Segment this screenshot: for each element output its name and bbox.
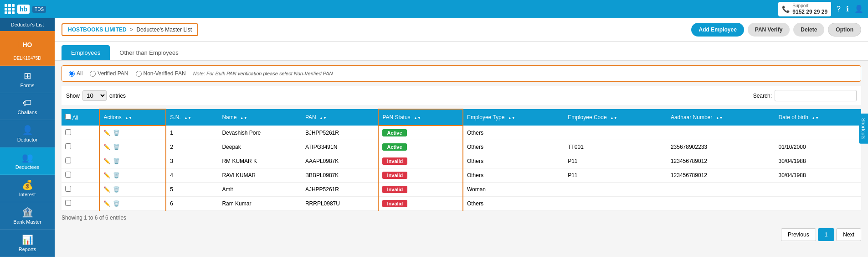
row-checkbox-0[interactable] — [65, 129, 71, 135]
cell-select — [62, 197, 99, 211]
select-all-checkbox[interactable] — [65, 114, 71, 120]
delete-icon-1[interactable]: 🗑️ — [113, 144, 120, 150]
edit-icon-4[interactable]: ✏️ — [103, 186, 110, 193]
entries-select[interactable]: 10 25 50 100 — [82, 90, 107, 101]
sidebar-item-reports[interactable]: 📊 Reports — [0, 230, 55, 257]
option-button[interactable]: Option — [828, 23, 861, 37]
user-icon[interactable]: 👤 — [854, 5, 863, 13]
previous-button[interactable]: Previous — [781, 228, 816, 241]
cell-name: Devashish Pore — [218, 126, 301, 140]
cell-pan-status: Invalid — [378, 183, 462, 197]
table-row: ✏️ 🗑️ 5 Amit AJHPP5261R Invalid Woman — [62, 183, 861, 197]
tab-other-than-employees[interactable]: Other than Employees — [110, 45, 188, 60]
table-row: ✏️ 🗑️ 1 Devashish Pore BJHPP5261R Active… — [62, 126, 861, 140]
cell-pan: RRRPL0987U — [302, 197, 379, 211]
cell-employee-code: TT001 — [564, 140, 667, 154]
cell-sn: 4 — [166, 168, 218, 183]
support-box: 📞 Support 9152 29 29 29 — [778, 2, 831, 16]
sidebar-avatar[interactable]: HO DELK10475D — [0, 31, 55, 66]
next-button[interactable]: Next — [836, 228, 861, 241]
row-checkbox-5[interactable] — [65, 200, 71, 206]
cell-actions: ✏️ 🗑️ — [99, 168, 166, 183]
cell-select — [62, 154, 99, 168]
delete-button[interactable]: Delete — [793, 23, 824, 37]
sidebar-item-deductees[interactable]: 👥 Deductees — [0, 147, 55, 175]
avatar: HO — [18, 36, 36, 54]
sidebar-item-deductor[interactable]: 👤 Deductor — [0, 120, 55, 147]
actions-sort-icon: ▲▼ — [125, 116, 132, 120]
row-checkbox-1[interactable] — [65, 143, 71, 149]
cell-name: Deepak — [218, 140, 301, 154]
shortcuts-tab[interactable]: Shortcuts — [859, 113, 868, 143]
bank-master-icon: 🏦 — [22, 207, 33, 218]
add-employee-button[interactable]: Add Employee — [691, 23, 744, 37]
tds-logo: TDS — [32, 6, 46, 13]
cell-sn: 3 — [166, 154, 218, 168]
deductor-icon: 👤 — [22, 125, 33, 136]
delete-icon-0[interactable]: 🗑️ — [113, 130, 120, 136]
radio-all[interactable]: All — [69, 70, 82, 77]
radio-verified-pan[interactable]: Verified PAN — [90, 70, 128, 77]
cell-employee-code — [564, 183, 667, 197]
sidebar-item-interest[interactable]: 💰 Interest — [0, 175, 55, 202]
cell-aadhaar: 123456789012 — [667, 154, 775, 168]
row-checkbox-2[interactable] — [65, 157, 71, 163]
cell-pan-status: Invalid — [378, 154, 462, 168]
edit-icon-5[interactable]: ✏️ — [103, 200, 110, 207]
deductor-list-link[interactable]: Deductor's List — [0, 18, 55, 31]
radio-non-verified-pan[interactable]: Non-Verified PAN — [136, 70, 186, 77]
tab-employees[interactable]: Employees — [62, 45, 110, 60]
pan-status-badge: Invalid — [382, 200, 407, 207]
cell-name: RM KUMAR K — [218, 154, 301, 168]
sidebar-item-forms[interactable]: ⊞ Forms — [0, 66, 55, 93]
edit-icon-1[interactable]: ✏️ — [103, 144, 110, 150]
row-checkbox-3[interactable] — [65, 172, 71, 178]
cell-employee-code — [564, 126, 667, 140]
top-bar-left: hb TDS — [5, 4, 46, 14]
page-1-button[interactable]: 1 — [818, 228, 835, 241]
sidebar-bank-label: Bank Master — [13, 219, 41, 225]
cell-name: RAVI KUMAR — [218, 168, 301, 183]
cell-select — [62, 168, 99, 183]
header-buttons: Add Employee PAN Verify Delete Option — [691, 23, 861, 37]
cell-pan: AJHPP5261R — [302, 183, 379, 197]
cell-dob: 30/04/1988 — [775, 168, 862, 183]
sidebar-deductor-label: Deductor — [17, 137, 38, 142]
cell-pan-status: Active — [378, 140, 462, 154]
cell-sn: 5 — [166, 183, 218, 197]
pan-status-sort-icon: ▲▼ — [414, 116, 421, 120]
row-checkbox-4[interactable] — [65, 186, 71, 192]
sidebar-item-challans[interactable]: 🏷 Challans — [0, 93, 55, 120]
info-icon[interactable]: ℹ — [846, 5, 849, 13]
delete-icon-2[interactable]: 🗑️ — [113, 158, 120, 164]
cell-dob — [775, 126, 862, 140]
reports-icon: 📊 — [22, 234, 33, 245]
delete-icon-5[interactable]: 🗑️ — [113, 200, 120, 207]
col-sn: S.N. ▲▼ — [166, 109, 218, 126]
edit-icon-3[interactable]: ✏️ — [103, 172, 110, 178]
cell-employee-type: Others — [463, 154, 564, 168]
grid-icon — [5, 4, 15, 14]
cell-pan: BJHPP5261R — [302, 126, 379, 140]
sidebar-item-bank-master[interactable]: 🏦 Bank Master — [0, 202, 55, 230]
help-icon[interactable]: ? — [837, 5, 841, 13]
app-logo: hb TDS — [5, 4, 46, 14]
edit-icon-2[interactable]: ✏️ — [103, 158, 110, 164]
pan-verify-button[interactable]: PAN Verify — [748, 23, 790, 37]
breadcrumb-page: Deductee's Master List — [136, 26, 192, 33]
cell-employee-code: P11 — [564, 154, 667, 168]
support-text: Support 9152 29 29 29 — [792, 3, 827, 15]
cell-employee-type: Others — [463, 140, 564, 154]
edit-icon-0[interactable]: ✏️ — [103, 130, 110, 136]
pagination: Previous 1 Next — [62, 225, 861, 245]
dob-sort-icon: ▲▼ — [812, 116, 819, 120]
cell-pan: ATIPG3491N — [302, 140, 379, 154]
search-input[interactable] — [775, 90, 857, 101]
main-content: HOSTBOOKS LIMITED > Deductee's Master Li… — [55, 18, 868, 257]
main-layout: Deductor's List HO DELK10475D ⊞ Forms 🏷 … — [0, 18, 868, 257]
cell-aadhaar: 123456789012 — [667, 168, 775, 183]
sidebar: Deductor's List HO DELK10475D ⊞ Forms 🏷 … — [0, 18, 55, 257]
cell-sn: 6 — [166, 197, 218, 211]
delete-icon-4[interactable]: 🗑️ — [113, 186, 120, 193]
delete-icon-3[interactable]: 🗑️ — [113, 172, 120, 178]
